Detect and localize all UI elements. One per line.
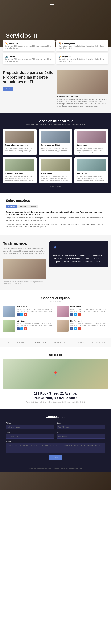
service-card-redaccion: ✏️ Redacción Sample text. Click to selec… xyxy=(3,40,55,51)
contact-phone-input[interactable] xyxy=(6,434,54,438)
team-socials-0: f t g+ xyxy=(16,313,54,316)
dev-card-4-image xyxy=(41,159,70,171)
brand-2: BIGSTIME xyxy=(35,341,46,344)
contact-date-input[interactable] xyxy=(57,434,105,438)
social-facebook-0[interactable]: f xyxy=(16,313,19,316)
team-socials-2: f t g+ xyxy=(16,327,54,330)
team-title: Conocer al equipo xyxy=(3,296,108,300)
team-info-3: Nat Reynolds Quis amet amet lorem lorem … xyxy=(70,320,108,330)
tab-overview[interactable]: Overview xyxy=(6,205,17,208)
social-facebook-2[interactable]: f xyxy=(16,327,19,330)
dev-card-2: Consultoras Sample text. Click to select… xyxy=(74,129,108,155)
social-facebook-1[interactable]: f xyxy=(70,313,73,316)
brand-1: BRANDIT xyxy=(17,341,28,344)
social-googleplus-3[interactable]: g+ xyxy=(78,327,81,330)
team-member-0: Bob martín Quis amet diam lorem lorem lo… xyxy=(3,306,54,318)
social-twitter-3[interactable]: t xyxy=(74,327,77,330)
dev-card-1-text: Sample text. Click to select the text bo… xyxy=(41,148,70,153)
team-member-2: join rico. Quis amet amet lorem lorem lo… xyxy=(3,320,54,332)
contact-name-input[interactable] xyxy=(57,425,105,429)
dev-card-0-image xyxy=(5,131,34,143)
dev-card-5-image xyxy=(77,159,106,171)
social-googleplus-0[interactable]: g+ xyxy=(24,313,27,316)
brand-0: CRJ xyxy=(6,341,10,344)
desarrollo-icon: 💻 xyxy=(5,55,8,58)
contact-address-input[interactable] xyxy=(6,425,54,429)
testimonios-title: Testimonios xyxy=(3,241,46,246)
social-twitter-0[interactable]: t xyxy=(20,313,23,316)
about-left: Preparándose para su éxito Proporcione l… xyxy=(3,70,54,91)
dev-card-3-text: Sample text. Click to select the text bo… xyxy=(5,176,34,181)
location-address-1: 121 Rock Street, 21 Avenue, xyxy=(3,392,108,396)
team-socials-1: f t g+ xyxy=(70,313,108,316)
service-card-diseno: 🎨 Diseño gráfico Sample text. Click to s… xyxy=(56,40,108,51)
contact-phone-label: Phone xyxy=(6,432,54,433)
social-googleplus-1[interactable]: g+ xyxy=(78,313,81,316)
team-info-1: Maria Smith Quis amet diam lorem lorem l… xyxy=(70,306,108,316)
dev-card-2-image xyxy=(77,131,106,143)
about-image xyxy=(57,70,108,94)
social-twitter-2[interactable]: t xyxy=(20,327,23,330)
brands-section: CRJ BRANDIT BIGSTIME INFORMATICS CLASSIC… xyxy=(0,338,111,348)
team-member-3: Nat Reynolds Quis amet amet lorem lorem … xyxy=(57,320,108,332)
about-right: Programa mejor clasificado In mollis sed… xyxy=(57,70,108,107)
freepik-link[interactable]: Freepik xyxy=(57,186,61,187)
logistica-text: Sample text. Click to select the text bo… xyxy=(59,58,106,62)
testimonios-right: ❝ Amet luctus venenatis lectus magna fri… xyxy=(49,241,108,267)
map-placeholder xyxy=(3,359,108,388)
contact-message-field: Message xyxy=(6,440,105,453)
desarrollo-title: Desarrollo xyxy=(9,55,18,58)
contact-address-label: Address xyxy=(6,422,54,424)
dev-card-0-text: Sample text. Click to select the text bo… xyxy=(5,148,34,153)
team-desc-1: Quis amet diam lorem lorem lobortis elit… xyxy=(70,308,108,312)
dev-card-4: Aplicaciones Sample text. Click to selec… xyxy=(39,157,72,183)
diseno-icon: 🎨 xyxy=(59,42,61,44)
team-desc-0: Quis amet diam lorem lorem lobortis elit… xyxy=(16,308,54,312)
testimonios-desc: Ofrecemos muchas clases de servicios sem… xyxy=(3,248,46,257)
brand-4: CLASSIC xyxy=(75,341,85,344)
team-avatar-0 xyxy=(3,306,15,318)
dev-card-5-text: Sample text. Click to select the text bo… xyxy=(77,176,106,181)
contact-title: Contáctenos xyxy=(6,415,105,419)
bottom-image xyxy=(0,472,111,490)
about-section: Preparándose para su éxito Proporcione l… xyxy=(0,64,111,113)
contact-message-input[interactable] xyxy=(6,443,105,453)
location-heading: Ubicación xyxy=(3,354,108,356)
hamburger-menu[interactable] xyxy=(50,3,54,5)
hero-title: Servicios TI xyxy=(6,33,65,39)
tab-mission[interactable]: Mission xyxy=(28,205,38,208)
contact-form-grid: Address Name Phone Date xyxy=(6,422,105,438)
social-facebook-3[interactable]: f xyxy=(70,327,73,330)
redaccion-text: Sample text. Click to select the text bo… xyxy=(5,45,52,49)
team-info-2: join rico. Quis amet amet lorem lorem lo… xyxy=(16,320,54,330)
nosotros-text1: Sample text. Click to select the text bo… xyxy=(6,216,105,222)
contact-send-button[interactable]: Enviar xyxy=(49,455,62,460)
location-section: Ubicación 121 Rock Street, 21 Avenue, Nu… xyxy=(0,348,111,409)
dev-cards-grid: Desarrollo de aplicaciones Sample text. … xyxy=(3,129,108,183)
diseno-text: Sample text. Click to select the text bo… xyxy=(59,45,106,49)
team-section: Conocer al equipo Imagen de Freepik Bob … xyxy=(0,290,111,338)
location-sample-text: Sample text. Click to select the text bo… xyxy=(3,401,108,403)
tab-founder[interactable]: Founder xyxy=(17,205,28,208)
service-cards-grid: ✏️ Redacción Sample text. Click to selec… xyxy=(3,40,108,64)
team-avatar-2 xyxy=(3,320,15,332)
footer-text: Sample text. Click to select the text bo… xyxy=(3,468,108,470)
dev-card-3: Extensión del equipo Sample text. Click … xyxy=(3,157,37,183)
quote-mark-icon: ❝ xyxy=(53,245,105,252)
team-info-0: Bob martín Quis amet diam lorem lorem lo… xyxy=(16,306,54,316)
service-card-desarrollo: 💻 Desarrollo Sample text. Click to selec… xyxy=(3,53,55,64)
dev-card-2-text: Sample text. Click to select the text bo… xyxy=(77,148,106,153)
dev-card-1-image xyxy=(41,131,70,143)
testimonios-image xyxy=(3,259,46,280)
dev-card-5: Soporte 24/7 Sample text. Click to selec… xyxy=(74,157,108,183)
social-googleplus-2[interactable]: g+ xyxy=(24,327,27,330)
redaccion-title: Redacción xyxy=(9,42,18,44)
team-name-1: Maria Smith xyxy=(70,306,108,308)
testimonios-quote: Amet luctus venenatis lectus magna fring… xyxy=(53,254,105,263)
about-more-button[interactable]: MAS xyxy=(3,87,13,91)
dev-section-footer: Imagen de Freepik xyxy=(3,186,108,187)
contact-phone-field: Phone xyxy=(6,432,54,438)
about-program-label: Programa mejor clasificado xyxy=(57,96,108,97)
social-twitter-1[interactable]: t xyxy=(74,313,77,316)
redaccion-icon: ✏️ xyxy=(5,42,8,44)
